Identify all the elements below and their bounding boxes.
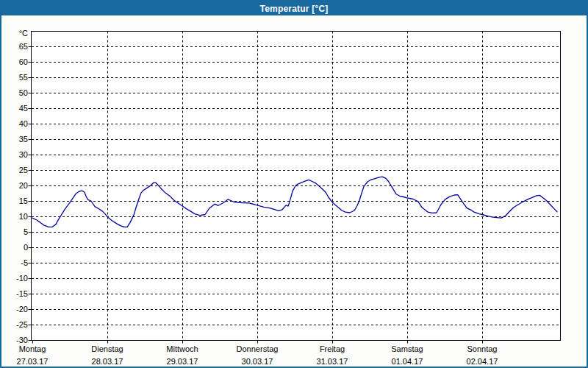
y-axis-tick-label: 15 xyxy=(1,197,28,205)
x-axis-date-label: 31.03.17 xyxy=(295,357,370,366)
y-axis-tick-label: 5 xyxy=(1,227,28,236)
x-axis-day-label: Montag xyxy=(0,344,70,353)
temperature-chart xyxy=(1,1,588,368)
y-axis-tick-label: 55 xyxy=(1,73,28,82)
x-axis-day-label: Dienstag xyxy=(70,344,145,353)
y-axis-tick-label: -30 xyxy=(1,336,28,344)
x-axis-date-label: 27.03.17 xyxy=(0,357,70,366)
y-axis-tick-label: -10 xyxy=(1,274,28,283)
y-axis-tick-label: 0 xyxy=(1,243,28,252)
y-axis-tick-label: -20 xyxy=(1,305,28,314)
y-axis-tick-label: -25 xyxy=(1,320,28,329)
y-axis-tick-label: 20 xyxy=(1,181,28,190)
x-axis-day-label: Freitag xyxy=(295,344,370,353)
x-axis-date-label: 28.03.17 xyxy=(70,357,145,366)
x-axis-date-label: 29.03.17 xyxy=(145,357,220,366)
y-axis-tick-label: 35 xyxy=(1,135,28,144)
x-axis-day-label: Mittwoch xyxy=(145,344,220,353)
y-axis-tick-label: 60 xyxy=(1,57,28,66)
y-axis-tick-label: 45 xyxy=(1,104,28,113)
y-axis-tick-label: 10 xyxy=(1,212,28,221)
y-axis-tick-label: -5 xyxy=(1,258,28,267)
y-axis-tick-label: -15 xyxy=(1,289,28,298)
x-axis-day-label: Sonntag xyxy=(445,344,520,353)
x-axis-date-label: 01.04.17 xyxy=(370,357,445,366)
x-axis-date-label: 30.03.17 xyxy=(220,357,295,366)
y-axis-tick-label: 40 xyxy=(1,119,28,128)
y-axis-tick-label: 65 xyxy=(1,42,28,51)
x-axis-day-label: Samstag xyxy=(370,344,445,353)
y-axis-tick-label: 25 xyxy=(1,166,28,174)
app-window: Temperatur [°C] °C 656055504540353025201… xyxy=(0,0,588,368)
y-axis-tick-label: 30 xyxy=(1,150,28,159)
x-axis-date-label: 02.04.17 xyxy=(445,357,520,366)
y-axis-unit-label: °C xyxy=(1,29,28,38)
x-axis-day-label: Donnerstag xyxy=(220,344,295,353)
y-axis-tick-label: 50 xyxy=(1,88,28,97)
